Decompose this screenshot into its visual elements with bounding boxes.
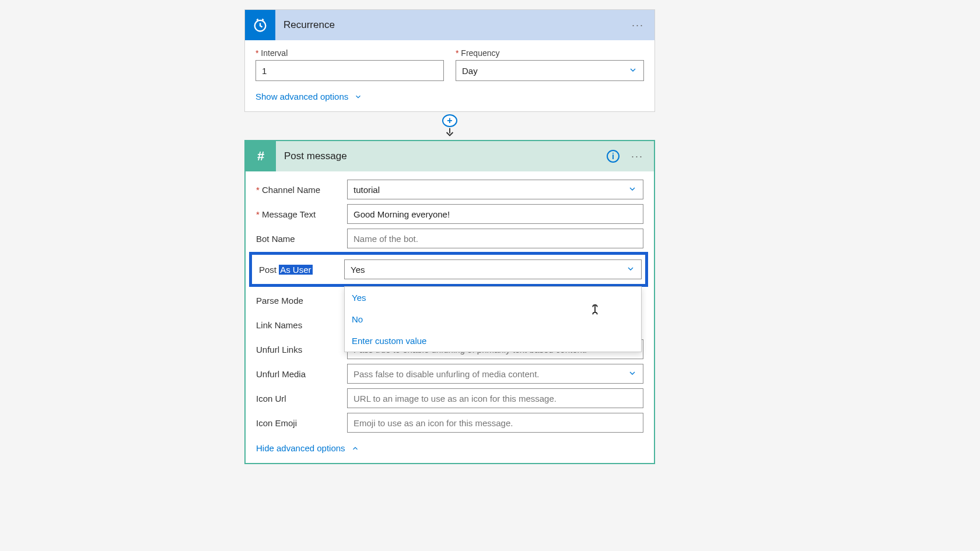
frequency-value: Day [462, 66, 478, 76]
message-label: Message Text [256, 209, 347, 219]
message-field[interactable] [354, 209, 637, 219]
botname-input[interactable]: Name of the bot. [347, 229, 643, 248]
interval-label: Interval [256, 48, 444, 58]
arrow-down-icon [443, 127, 456, 140]
post-as-user-dropdown: Yes No Enter custom value [344, 286, 642, 352]
unfurl-media-label: Unfurl Media [256, 369, 347, 379]
show-advanced-link[interactable]: Show advanced options [256, 92, 362, 101]
chevron-down-icon [626, 264, 635, 275]
dropdown-option-custom[interactable]: Enter custom value [345, 330, 641, 352]
icon-url-placeholder: URL to an image to use as an icon for th… [354, 394, 556, 403]
botname-placeholder: Name of the bot. [354, 234, 418, 244]
hide-advanced-link[interactable]: Hide advanced options [256, 443, 359, 453]
post-message-more-button[interactable]: ··· [628, 148, 647, 165]
frequency-label: Frequency [456, 48, 644, 58]
recurrence-more-button[interactable]: ··· [628, 17, 648, 34]
icon-emoji-label: Icon Emoji [256, 418, 347, 428]
post-message-card: # Post message i ··· Channel Name tutori… [244, 140, 655, 464]
unfurl-links-label: Unfurl Links [256, 345, 347, 355]
frequency-select[interactable]: Day [456, 60, 644, 81]
link-names-label: Link Names [256, 320, 347, 330]
post-message-header: # Post message i ··· [246, 141, 654, 171]
chevron-down-icon [628, 65, 638, 76]
channel-select[interactable]: tutorial [347, 180, 643, 199]
message-input[interactable] [347, 204, 643, 224]
connector: + [244, 112, 655, 140]
post-as-user-select[interactable]: Yes [344, 259, 642, 279]
hash-icon: # [246, 141, 276, 171]
icon-emoji-input[interactable]: Emoji to use as an icon for this message… [347, 413, 643, 433]
chevron-down-icon [628, 368, 637, 380]
recurrence-body: Interval Frequency Day Show advanced opt… [245, 40, 654, 111]
botname-label: Bot Name [256, 234, 347, 244]
info-icon[interactable]: i [607, 150, 620, 163]
icon-emoji-placeholder: Emoji to use as an icon for this message… [354, 418, 513, 428]
interval-input[interactable] [256, 60, 444, 81]
channel-label: Channel Name [256, 185, 347, 195]
unfurl-media-select[interactable]: Pass false to disable unfurling of media… [347, 364, 643, 384]
unfurl-media-placeholder: Pass false to disable unfurling of media… [354, 369, 540, 379]
clock-icon [245, 10, 275, 40]
post-as-user-value: Yes [351, 265, 365, 275]
post-message-body: Channel Name tutorial Message Text B [246, 171, 654, 463]
channel-value: tutorial [354, 185, 380, 195]
post-as-user-label: Post As User [253, 265, 344, 275]
recurrence-title: Recurrence [284, 19, 628, 31]
parse-mode-label: Parse Mode [256, 296, 347, 306]
hide-advanced-label: Hide advanced options [256, 443, 345, 453]
cursor-icon [589, 302, 601, 321]
post-message-title: Post message [284, 150, 607, 162]
show-advanced-label: Show advanced options [256, 92, 348, 101]
post-as-user-highlight: Post As User Yes Yes No Enter custom val… [249, 252, 648, 287]
add-step-button[interactable]: + [442, 114, 457, 127]
icon-url-label: Icon Url [256, 394, 347, 403]
recurrence-header: Recurrence ··· [245, 10, 654, 40]
icon-url-input[interactable]: URL to an image to use as an icon for th… [347, 388, 643, 408]
recurrence-card: Recurrence ··· Interval Frequency Day [244, 9, 655, 112]
chevron-down-icon [628, 184, 637, 195]
interval-field[interactable] [262, 61, 438, 80]
